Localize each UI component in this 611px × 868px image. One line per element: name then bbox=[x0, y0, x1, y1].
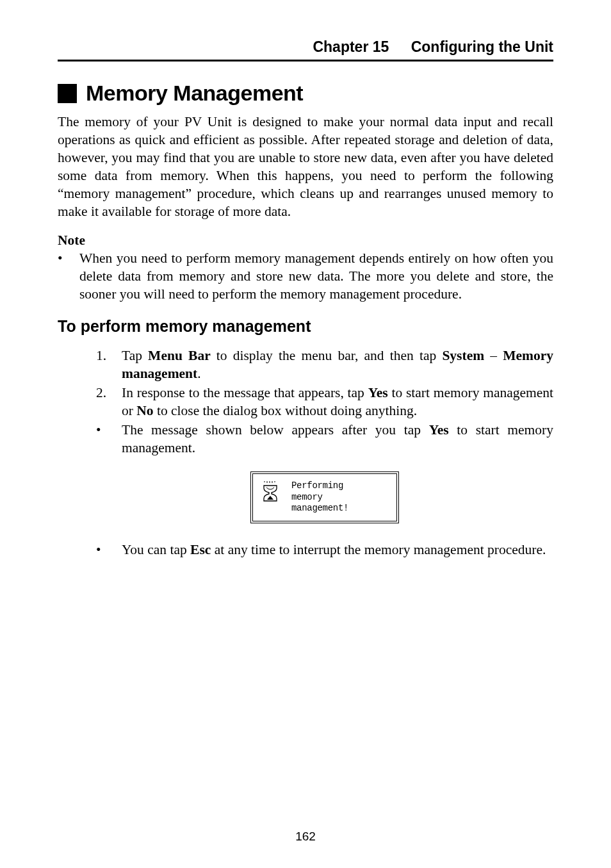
bullet-1: • The message shown below appears after … bbox=[96, 422, 553, 457]
dialog-line-3: management! bbox=[291, 503, 348, 514]
bullet-icon: • bbox=[58, 250, 79, 304]
section-marker-icon bbox=[58, 84, 77, 103]
hourglass-icon bbox=[262, 480, 279, 502]
note-list: • When you need to perform memory manage… bbox=[58, 250, 553, 304]
note-text: When you need to perform memory manageme… bbox=[79, 250, 553, 304]
step-1: 1. Tap Menu Bar to display the menu bar,… bbox=[96, 347, 553, 383]
bullet-2: • You can tap Esc at any time to interru… bbox=[96, 541, 553, 559]
bullet-icon: • bbox=[96, 422, 122, 457]
step-content: In response to the message that appears,… bbox=[122, 384, 553, 420]
chapter-number: Chapter 15 bbox=[313, 38, 389, 55]
note-item: • When you need to perform memory manage… bbox=[58, 250, 553, 304]
page-header: Chapter 15 Configuring the Unit bbox=[58, 38, 553, 61]
dialog-text: Performing memory management! bbox=[291, 480, 348, 514]
chapter-title: Configuring the Unit bbox=[411, 38, 553, 55]
step-2: 2. In response to the message that appea… bbox=[96, 384, 553, 420]
note-label: Note bbox=[58, 233, 553, 249]
subsection-title: To perform memory management bbox=[58, 317, 553, 336]
bullet-content: You can tap Esc at any time to interrupt… bbox=[122, 541, 553, 559]
dialog-line-2: memory bbox=[291, 492, 348, 504]
dialog-line-1: Performing bbox=[291, 480, 348, 492]
step-number: 1. bbox=[96, 347, 122, 383]
steps-wrapper: 1. Tap Menu Bar to display the menu bar,… bbox=[58, 347, 553, 559]
bullet-content: The message shown below appears after yo… bbox=[122, 422, 553, 457]
bullet-icon: • bbox=[96, 541, 122, 559]
dialog-box: Performing memory management! bbox=[250, 471, 399, 523]
section-title: Memory Management bbox=[86, 81, 303, 106]
intro-paragraph: The memory of your PV Unit is designed t… bbox=[58, 113, 553, 221]
page-number: 162 bbox=[0, 830, 611, 844]
step-content: Tap Menu Bar to display the menu bar, an… bbox=[122, 347, 553, 383]
section-title-row: Memory Management bbox=[58, 81, 553, 106]
step-number: 2. bbox=[96, 384, 122, 420]
